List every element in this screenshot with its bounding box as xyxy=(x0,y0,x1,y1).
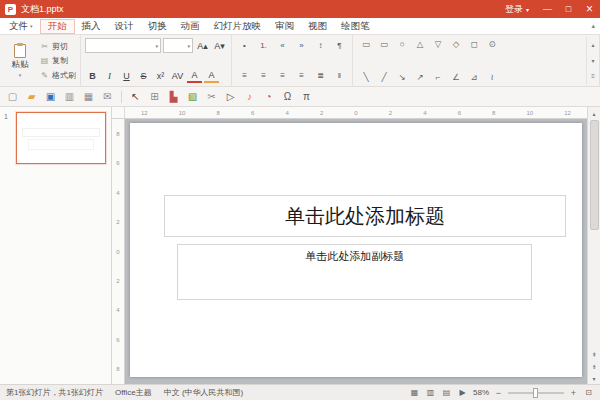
underline-button[interactable]: U xyxy=(119,68,134,83)
scrollbar-thumb[interactable] xyxy=(590,120,599,230)
formula-icon[interactable]: π xyxy=(298,89,315,105)
print-icon[interactable]: ▦ xyxy=(80,89,97,105)
paste-button[interactable]: 粘贴 ▾ xyxy=(4,38,36,83)
bold-button[interactable]: B xyxy=(85,68,100,83)
previous-slide-icon[interactable]: ⇞ xyxy=(588,348,600,360)
login-button[interactable]: 登录 ▾ xyxy=(497,0,537,18)
cut-button[interactable]: ✂ 剪切 xyxy=(40,40,76,52)
tab-home[interactable]: 开始 xyxy=(40,19,75,34)
slideshow-view-icon[interactable]: ▶ xyxy=(457,388,468,397)
tab-drawing-pen[interactable]: 绘图笔 xyxy=(334,18,377,34)
vertical-scrollbar[interactable]: ▴ ⇞ ⇟ ▾ xyxy=(587,107,600,384)
next-slide-icon[interactable]: ⇟ xyxy=(588,360,600,372)
tab-slideshow[interactable]: 幻灯片放映 xyxy=(207,18,269,34)
shape-right-triangle[interactable]: ⊿ xyxy=(465,70,483,84)
slide-thumbnail[interactable] xyxy=(16,112,106,164)
fit-to-window-icon[interactable]: ⊡ xyxy=(583,388,594,397)
grow-font-button[interactable]: A▴ xyxy=(195,38,210,53)
font-name-select[interactable]: ▾ xyxy=(85,38,161,53)
print-preview-icon[interactable]: ▥ xyxy=(61,89,78,105)
shape-diamond[interactable]: ◇ xyxy=(447,37,465,51)
screenshot-icon[interactable]: ✂ xyxy=(203,89,220,105)
mail-icon[interactable]: ✉ xyxy=(99,89,116,105)
shape-square[interactable]: ◻ xyxy=(465,37,483,51)
line-spacing-button[interactable]: ↕ xyxy=(312,38,329,53)
superscript-button[interactable]: x² xyxy=(153,68,168,83)
shape-line-2[interactable]: ╱ xyxy=(375,70,393,84)
omega-symbol-icon[interactable]: Ω xyxy=(279,89,296,105)
increase-indent-button[interactable]: » xyxy=(293,38,310,53)
close-button[interactable]: × xyxy=(579,0,600,18)
align-center-button[interactable]: ≡ xyxy=(255,68,272,83)
ruler-number: 8 xyxy=(492,110,495,116)
character-spacing-button[interactable]: AV xyxy=(170,68,185,83)
chart-icon[interactable]: ▙ xyxy=(165,89,182,105)
shape-angle[interactable]: ∠ xyxy=(447,70,465,84)
align-right-button[interactable]: ≡ xyxy=(274,68,291,83)
pie-chart-icon[interactable]: ◔ xyxy=(260,89,277,105)
zoom-out-button[interactable]: − xyxy=(494,388,503,398)
open-folder-icon[interactable]: ▰ xyxy=(23,89,40,105)
tab-animation[interactable]: 动画 xyxy=(174,18,207,34)
shape-line[interactable]: ╲ xyxy=(357,70,375,84)
tab-transitions[interactable]: 切换 xyxy=(141,18,174,34)
tab-file[interactable]: 文件 ▾ xyxy=(2,18,40,34)
media-icon[interactable]: ▷ xyxy=(222,89,239,105)
normal-view-icon[interactable]: ▦ xyxy=(409,388,420,397)
text-direction-button[interactable]: ¶ xyxy=(331,38,348,53)
select-cursor-icon[interactable]: ↖ xyxy=(127,89,144,105)
shape-arrow-2[interactable]: ↗ xyxy=(411,70,429,84)
picture-icon[interactable]: ▧ xyxy=(184,89,201,105)
tab-design[interactable]: 设计 xyxy=(108,18,141,34)
highlight-color-button[interactable]: A xyxy=(204,69,219,83)
zoom-in-button[interactable]: + xyxy=(569,388,578,398)
scroll-up-icon[interactable]: ▴ xyxy=(588,107,600,119)
shapes-scroll-up-icon[interactable]: ▴ xyxy=(587,37,599,53)
decrease-indent-button[interactable]: « xyxy=(274,38,291,53)
ruler-number: 10 xyxy=(527,110,534,116)
zoom-slider-thumb[interactable] xyxy=(533,388,538,398)
tab-insert[interactable]: 插入 xyxy=(75,18,108,34)
strikethrough-button[interactable]: S xyxy=(136,68,151,83)
align-left-button[interactable]: ≡ xyxy=(236,68,253,83)
title-placeholder[interactable]: 单击此处添加标题 xyxy=(164,195,566,237)
font-color-button[interactable]: A xyxy=(187,69,202,83)
format-painter-button[interactable]: ✎ 格式刷 xyxy=(40,69,76,81)
shape-triangle-down[interactable]: ▽ xyxy=(429,37,447,51)
tab-review[interactable]: 审阅 xyxy=(268,18,301,34)
shape-elbow-connector[interactable]: ⌐ xyxy=(429,70,447,84)
new-file-icon[interactable]: ▢ xyxy=(4,89,21,105)
language-text[interactable]: 中文 (中华人民共和国) xyxy=(164,387,244,398)
shape-rounded-rectangle[interactable]: ▭ xyxy=(375,37,393,51)
slide[interactable]: 单击此处添加标题 单击此处添加副标题 xyxy=(130,123,582,377)
shape-curve[interactable]: ≀ xyxy=(483,70,501,84)
audio-icon[interactable]: ♪ xyxy=(241,89,258,105)
shape-ellipse[interactable]: ○ xyxy=(393,37,411,51)
shapes-scroll-down-icon[interactable]: ▾ xyxy=(587,53,599,69)
tab-view[interactable]: 视图 xyxy=(301,18,334,34)
subtitle-placeholder[interactable]: 单击此处添加副标题 xyxy=(177,244,532,300)
collapse-ribbon-icon[interactable]: ▴ xyxy=(591,22,595,30)
shrink-font-button[interactable]: A▾ xyxy=(212,38,227,53)
justify-button[interactable]: ≡ xyxy=(293,68,310,83)
distribute-text-button[interactable]: ≣ xyxy=(312,68,329,83)
minimize-button[interactable]: — xyxy=(537,0,558,18)
shapes-more-icon[interactable]: ≡ xyxy=(587,68,599,84)
zoom-slider[interactable] xyxy=(508,392,564,394)
scroll-down-icon[interactable]: ▾ xyxy=(588,372,600,384)
numbering-button[interactable]: 1. xyxy=(255,38,272,53)
shape-triangle[interactable]: △ xyxy=(411,37,429,51)
table-icon[interactable]: ⊞ xyxy=(146,89,163,105)
columns-button[interactable]: ‖ xyxy=(331,68,348,83)
shape-rectangle[interactable]: ▭ xyxy=(357,37,375,51)
font-size-select[interactable]: ▾ xyxy=(163,38,193,53)
reading-view-icon[interactable]: ▤ xyxy=(441,388,452,397)
slide-sorter-view-icon[interactable]: ▥ xyxy=(425,388,436,397)
italic-button[interactable]: I xyxy=(102,68,117,83)
shape-arrow[interactable]: ↘ xyxy=(393,70,411,84)
maximize-button[interactable]: □ xyxy=(558,0,579,18)
save-icon[interactable]: ▣ xyxy=(42,89,59,105)
shape-circle[interactable]: ⊙ xyxy=(483,37,501,51)
bullets-button[interactable]: • xyxy=(236,38,253,53)
copy-button[interactable]: ▤ 复制 xyxy=(40,55,76,67)
